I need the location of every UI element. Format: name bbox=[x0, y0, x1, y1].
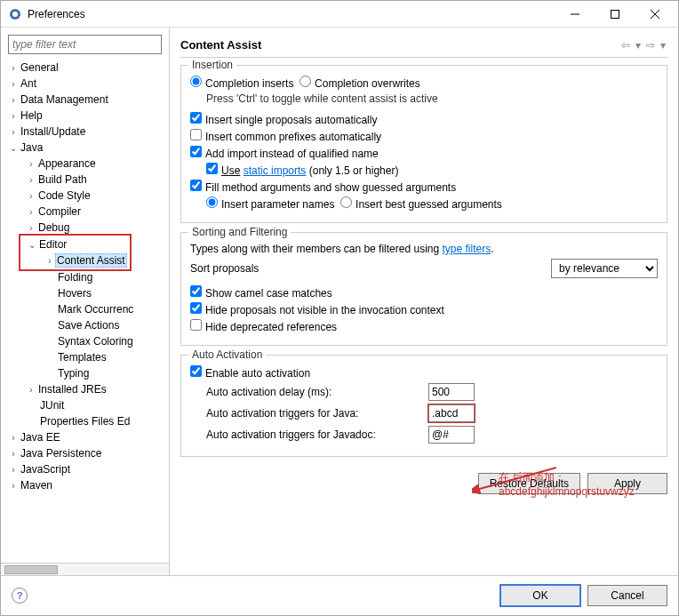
type-filters-text: Types along with their members can be fi… bbox=[190, 243, 494, 255]
tree-item-javascript[interactable]: ›JavaScript bbox=[1, 461, 169, 477]
titlebar: Preferences bbox=[1, 1, 678, 28]
insertion-group: Insertion Completion inserts Completion … bbox=[180, 65, 667, 223]
app-icon bbox=[8, 7, 22, 21]
forward-menu-icon[interactable]: ▾ bbox=[659, 39, 667, 52]
camel-case-checkbox[interactable]: Show camel case matches bbox=[190, 285, 332, 300]
back-menu-icon[interactable]: ▾ bbox=[634, 39, 643, 52]
tree-item-editor[interactable]: ⌄Editor bbox=[23, 236, 68, 252]
tree-item-junit[interactable]: JUnit bbox=[1, 397, 169, 413]
sort-proposals-select[interactable]: by relevance bbox=[551, 259, 658, 278]
completion-inserts-radio[interactable]: Completion inserts bbox=[190, 76, 293, 90]
page-title: Content Assist bbox=[180, 38, 619, 52]
preferences-window: Preferences ›General ›Ant ›Data Manageme… bbox=[0, 0, 679, 616]
tree-item-maven[interactable]: ›Maven bbox=[1, 477, 169, 493]
tree-item-java-ee[interactable]: ›Java EE bbox=[1, 429, 169, 445]
insert-best-guessed-radio[interactable]: Insert best guessed arguments bbox=[340, 196, 502, 211]
chevron-down-icon: ⌄ bbox=[8, 143, 19, 153]
tree-item-content-assist[interactable]: ›Content Assist bbox=[23, 252, 127, 268]
tree-item-data-management[interactable]: ›Data Management bbox=[1, 92, 169, 108]
completion-overwrites-radio[interactable]: Completion overwrites bbox=[300, 76, 420, 90]
page-nav-arrows: ⇦▾ ⇨▾ bbox=[619, 39, 667, 52]
maximize-button[interactable] bbox=[595, 2, 635, 27]
hide-invocation-checkbox[interactable]: Hide proposals not visible in the invoca… bbox=[190, 302, 444, 316]
tree-item-ant[interactable]: ›Ant bbox=[1, 76, 169, 92]
tree-item-installed-jres[interactable]: ›Installed JREs bbox=[1, 381, 169, 397]
auto-activation-legend: Auto Activation bbox=[188, 348, 266, 361]
svg-rect-3 bbox=[611, 10, 619, 18]
minimize-button[interactable] bbox=[555, 2, 595, 27]
cancel-button[interactable]: Cancel bbox=[587, 585, 667, 606]
tree-item-java[interactable]: ⌄Java bbox=[1, 140, 169, 156]
triggers-javadoc-label: Auto activation triggers for Javadoc: bbox=[206, 428, 428, 441]
sorting-group: Sorting and Filtering Types along with t… bbox=[180, 232, 667, 346]
insertion-legend: Insertion bbox=[188, 59, 236, 71]
ok-button[interactable]: OK bbox=[500, 585, 580, 606]
type-filters-link[interactable]: type filters bbox=[442, 243, 491, 255]
tree-item-folding[interactable]: Folding bbox=[1, 269, 169, 285]
tree-item-help[interactable]: ›Help bbox=[1, 108, 169, 124]
tree-item-templates[interactable]: Templates bbox=[1, 349, 169, 365]
tree-item-build-path[interactable]: ›Build Path bbox=[1, 172, 169, 188]
window-title: Preferences bbox=[28, 8, 555, 20]
triggers-java-label: Auto activation triggers for Java: bbox=[206, 407, 428, 420]
tree-item-general[interactable]: ›General bbox=[1, 60, 169, 76]
help-button[interactable]: ? bbox=[12, 588, 28, 604]
tree-item-code-style[interactable]: ›Code Style bbox=[1, 188, 169, 204]
svg-point-1 bbox=[12, 12, 18, 17]
insert-parameter-names-radio[interactable]: Insert parameter names bbox=[206, 196, 334, 211]
sorting-legend: Sorting and Filtering bbox=[188, 226, 291, 238]
nav-tree[interactable]: ›General ›Ant ›Data Management ›Help ›In… bbox=[1, 58, 169, 563]
ctrl-hint-text: Press 'Ctrl' to toggle while content ass… bbox=[190, 92, 658, 105]
forward-icon[interactable]: ⇨ bbox=[644, 39, 657, 52]
use-static-imports-checkbox[interactable]: Use static imports (only 1.5 or higher) bbox=[206, 163, 398, 177]
triggers-javadoc-input[interactable] bbox=[428, 426, 475, 444]
tree-item-compiler[interactable]: ›Compiler bbox=[1, 204, 169, 220]
triggers-java-input[interactable] bbox=[428, 404, 475, 422]
fill-method-arguments-checkbox[interactable]: Fill method arguments and show guessed a… bbox=[190, 180, 456, 194]
annotation-text: 在.后面添加： abcdefghijklmnopqrstuvwzyz bbox=[499, 470, 635, 498]
tree-item-properties-files[interactable]: Properties Files Ed bbox=[1, 413, 169, 429]
insert-common-prefixes-checkbox[interactable]: Insert common prefixes automatically bbox=[190, 129, 381, 143]
auto-activation-group: Auto Activation Enable auto activation A… bbox=[180, 355, 667, 457]
back-icon[interactable]: ⇦ bbox=[619, 39, 632, 52]
enable-auto-activation-checkbox[interactable]: Enable auto activation bbox=[190, 365, 310, 380]
scrollbar-thumb[interactable] bbox=[4, 565, 58, 574]
tree-item-appearance[interactable]: ›Appearance bbox=[1, 156, 169, 172]
insert-single-proposals-checkbox[interactable]: Insert single proposals automatically bbox=[190, 112, 377, 126]
static-imports-link[interactable]: static imports bbox=[244, 164, 307, 177]
hide-deprecated-checkbox[interactable]: Hide deprecated references bbox=[190, 319, 337, 333]
tree-item-install-update[interactable]: ›Install/Update bbox=[1, 124, 169, 140]
horizontal-scrollbar[interactable] bbox=[1, 563, 169, 575]
tree-item-mark-occurrences[interactable]: Mark Occurrenc bbox=[1, 301, 169, 317]
chevron-down-icon: ⌄ bbox=[27, 240, 37, 250]
tree-item-java-persistence[interactable]: ›Java Persistence bbox=[1, 445, 169, 461]
sort-proposals-label: Sort proposals bbox=[190, 262, 259, 275]
tree-item-save-actions[interactable]: Save Actions bbox=[1, 317, 169, 333]
add-import-checkbox[interactable]: Add import instead of qualified name bbox=[190, 146, 379, 160]
tree-item-hovers[interactable]: Hovers bbox=[1, 285, 169, 301]
close-button[interactable] bbox=[635, 2, 675, 27]
content-panel: Content Assist ⇦▾ ⇨▾ Insertion Completio… bbox=[170, 28, 678, 575]
filter-field-wrap bbox=[8, 35, 162, 54]
dialog-footer: ? OK Cancel bbox=[1, 575, 678, 615]
sidebar: ›General ›Ant ›Data Management ›Help ›In… bbox=[1, 28, 170, 575]
auto-delay-label: Auto activation delay (ms): bbox=[206, 386, 428, 398]
filter-input[interactable] bbox=[8, 35, 162, 54]
tree-item-editor-wrap: ⌄Editor ›Content Assist bbox=[1, 236, 169, 269]
tree-item-syntax-coloring[interactable]: Syntax Coloring bbox=[1, 333, 169, 349]
auto-delay-input[interactable] bbox=[428, 383, 475, 401]
tree-item-typing[interactable]: Typing bbox=[1, 365, 169, 381]
